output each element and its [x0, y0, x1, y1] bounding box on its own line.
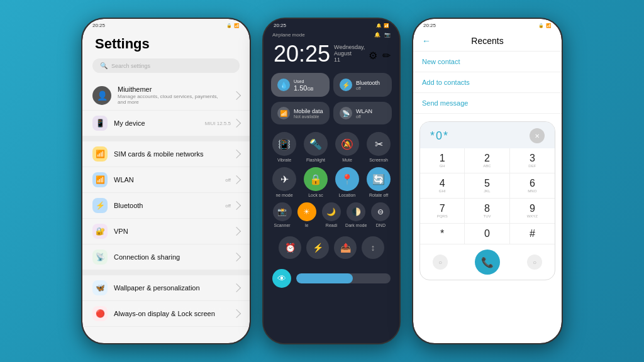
dnd-label: DND	[376, 223, 386, 228]
key-hash[interactable]: #	[510, 224, 555, 244]
darkmode-btn[interactable]: 🌓 Dark mode	[345, 202, 367, 228]
connection-sharing-item[interactable]: 📡 Connection & sharing	[82, 244, 250, 270]
clock-section: 20:25 Wednesday, August 11 ⚙ ✏	[264, 40, 399, 70]
back-arrow-icon[interactable]: ←	[422, 36, 431, 46]
recents-header: ← Recents	[413, 31, 562, 52]
key-6[interactable]: 6 MNO	[510, 173, 555, 199]
dnd-btn[interactable]: ⊖ DND	[370, 202, 392, 228]
bluetooth-qs-icon: ⚡	[340, 79, 352, 91]
key-3[interactable]: 3 DEF	[510, 148, 555, 173]
mobile-icon: 📶	[277, 107, 290, 119]
watermark: VISIT FOR MORE THEMES - MIUITHEMER.COM	[93, 307, 240, 312]
status-icons-left: 🔒 📶	[226, 23, 240, 28]
screenshot-icon: ✂	[367, 132, 391, 156]
always-on-item[interactable]: 🔴 Always-on display & Lock screen	[82, 301, 250, 327]
my-device-item[interactable]: 📱 My device MIUI 12.5.5	[82, 111, 250, 136]
vibrate-btn[interactable]: 📳 Vibrate	[271, 132, 297, 162]
screenshot-btn[interactable]: ✂ Screensh	[365, 132, 392, 162]
key-9[interactable]: 9 WXYZ	[510, 199, 555, 224]
clock-icon-btn[interactable]: ⏰	[279, 236, 301, 259]
wlan-item[interactable]: 📶 WLAN off	[82, 167, 250, 193]
chevron-right-icon	[232, 119, 241, 128]
settings-icon[interactable]: ⚙	[369, 50, 377, 62]
wallpaper-label: Wallpaper & personalization	[114, 284, 227, 292]
status-bar-right: 20:25 🔒 📶	[413, 19, 562, 31]
mobile-label: Mobile data	[294, 108, 323, 114]
location-btn[interactable]: 📍 Location	[334, 167, 360, 197]
readi-btn[interactable]: 🌙 Readi	[320, 202, 342, 228]
new-contact-action[interactable]: New contact	[413, 52, 562, 72]
airplane-icons: 🔔 📷	[374, 32, 391, 38]
rotate-icon: 🔄	[367, 167, 391, 191]
letters-3: DEF	[528, 164, 536, 168]
data-amount: Used 1.50GB	[294, 78, 323, 92]
connection-chevron-icon	[232, 253, 241, 261]
send-message-action[interactable]: Send message	[413, 93, 562, 114]
sim-chevron	[233, 151, 240, 157]
reading-btn[interactable]: ☀ le	[296, 202, 318, 228]
mute-icon: 🔕	[335, 132, 359, 156]
flashlight-btn[interactable]: 🔦 Flashlight	[303, 132, 329, 162]
key-4[interactable]: 4 GHI	[420, 173, 465, 199]
call-button[interactable]: 📞	[475, 250, 500, 275]
key-5[interactable]: 5 JKL	[465, 173, 509, 199]
key-2[interactable]: 2 ABC	[465, 148, 509, 173]
sim-content: SIM cards & mobile networks	[114, 150, 227, 158]
mobile-tile[interactable]: 📶 Mobile data Not available	[271, 102, 330, 124]
wallpaper-item[interactable]: 🦋 Wallpaper & personalization	[82, 275, 250, 301]
brightness-track[interactable]	[296, 273, 391, 283]
bell-icon: 🔔	[376, 23, 382, 28]
airplane-bar: Airplane mode 🔔 📷	[264, 31, 399, 40]
lockscreen-btn[interactable]: 🔒 Lock sc	[303, 167, 329, 197]
connection-icon: 📡	[92, 250, 108, 265]
bluetooth-value: off	[225, 202, 240, 209]
rotate-label: Rotate off	[369, 193, 388, 197]
signal-icon-right: 📶	[546, 23, 552, 28]
add-to-contacts-action[interactable]: Add to contacts	[413, 72, 562, 93]
search-placeholder: Search settings	[111, 63, 150, 69]
wlan-tile[interactable]: 📡 WLAN off	[333, 102, 392, 124]
sim-chevron-icon	[232, 150, 241, 158]
wlan-chevron-icon	[232, 175, 241, 184]
vibrate-icon: 📳	[272, 132, 296, 156]
date-line2: 11	[334, 57, 365, 63]
mute-btn[interactable]: 🔕 Mute	[334, 132, 360, 162]
readi-label: Readi	[326, 223, 337, 228]
eye-btn[interactable]: 👁	[272, 269, 291, 288]
vpn-chevron-icon	[232, 227, 241, 236]
bluetooth-content: Bluetooth	[114, 202, 219, 209]
rotate-btn[interactable]: 🔄 Rotate off	[365, 167, 392, 197]
bluetooth-item[interactable]: ⚡ Bluetooth off	[82, 193, 250, 219]
key-7[interactable]: 7 PQRS	[420, 199, 465, 224]
vpn-content: VPN	[114, 228, 227, 235]
connection-chevron	[233, 254, 240, 260]
digit-9: 9	[530, 204, 535, 214]
photo-icon: 📷	[384, 32, 391, 38]
airplane-btn[interactable]: ✈ ne mode	[271, 167, 297, 197]
scanner-btn[interactable]: 📸 Scanner	[271, 202, 293, 228]
backspace-button[interactable]: ✕	[530, 128, 545, 143]
voicemail-btn[interactable]: ○	[527, 255, 542, 270]
key-star[interactable]: *	[420, 224, 465, 244]
bluetooth-tile[interactable]: ⚡ Bluetooth off	[333, 73, 392, 97]
keypad-side-btn[interactable]: ○	[433, 255, 448, 270]
key-8[interactable]: 8 TUV	[465, 199, 509, 224]
mute-label: Mute	[342, 158, 352, 162]
key-0[interactable]: 0	[465, 224, 509, 244]
vpn-item[interactable]: 🔐 VPN	[82, 219, 250, 244]
digit-7: 7	[440, 204, 445, 214]
wlan-content: WLAN	[114, 176, 219, 184]
brightness-row: ⏰ ⚡ 📤 ↕	[264, 230, 399, 265]
flash-icon-btn[interactable]: ⚡	[306, 236, 329, 259]
edit-icon[interactable]: ✏	[382, 50, 391, 62]
expand-icon-btn[interactable]: ↕	[362, 236, 384, 259]
sim-label: SIM cards & mobile networks	[114, 150, 227, 158]
settings-search-bar[interactable]: 🔍 Search settings	[92, 58, 240, 73]
sim-cards-item[interactable]: 📶 SIM cards & mobile networks	[82, 141, 250, 167]
data-tile[interactable]: 💧 Used 1.50GB	[271, 73, 330, 97]
device-icon: 📱	[92, 116, 108, 131]
key-1[interactable]: 1 GH	[420, 148, 465, 173]
status-time-center: 20:25	[274, 23, 286, 28]
share-icon-btn[interactable]: 📤	[334, 236, 357, 259]
account-item[interactable]: 👤 Miuithemer Manage accounts, cloud serv…	[82, 80, 250, 111]
